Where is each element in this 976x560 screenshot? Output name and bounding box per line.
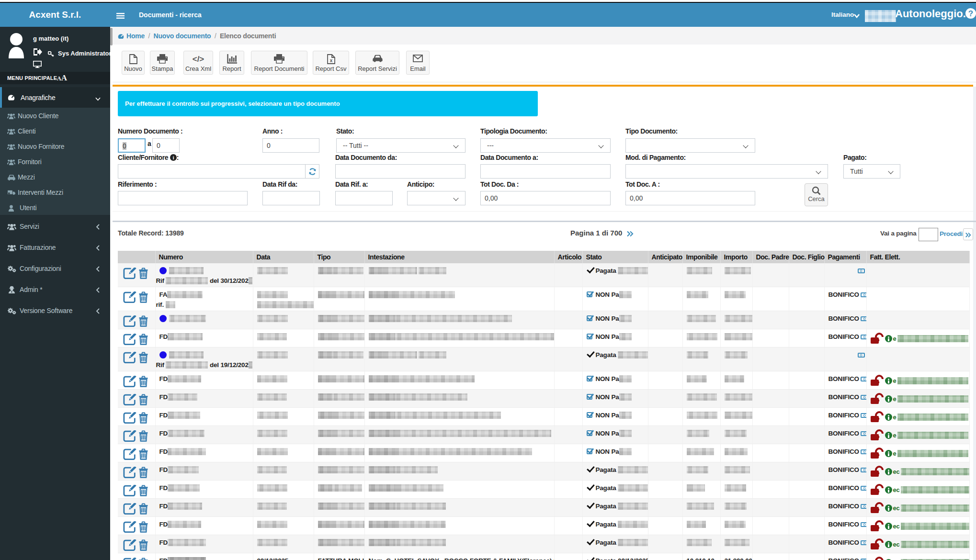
- svg-text:x: x: [329, 58, 332, 63]
- svg-text:?: ?: [968, 9, 973, 18]
